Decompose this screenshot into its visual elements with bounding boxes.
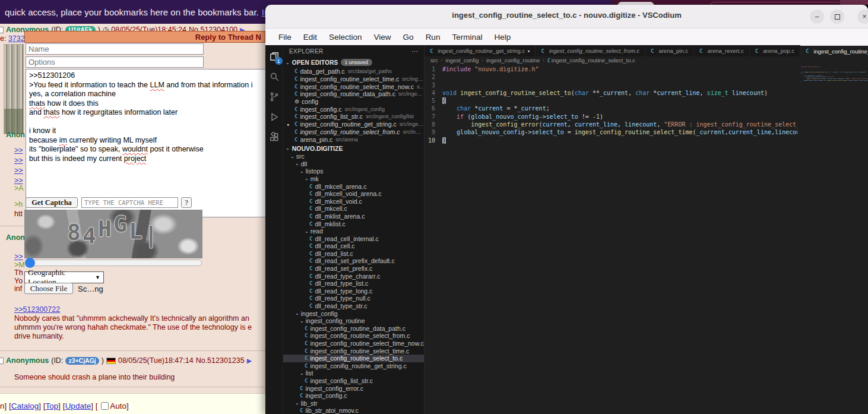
open-editor-item[interactable]: Cdata_get_path.csrc/data/get_paths: [283, 68, 424, 75]
tree-file[interactable]: Cingest_config_routine_select_from.c: [283, 332, 424, 340]
post-checkbox[interactable]: [0, 27, 4, 33]
project-section-header[interactable]: ⌄ NOUVO.DIGITIZE: [283, 144, 424, 153]
tree-file[interactable]: Cdll_read_type_null.c: [283, 295, 424, 302]
code-editor[interactable]: 1#include "nouvo.digitize.h"2 3 4void in…: [425, 64, 797, 414]
tab-ingest_config_routine_select_to.c[interactable]: Cingest_config_routine_select_to.c×: [800, 45, 868, 56]
tree-file[interactable]: Cingest_config_routine_select_to.c: [283, 355, 424, 362]
tree-folder[interactable]: ⌄lib_str: [283, 399, 424, 407]
breadcrumb-item[interactable]: ingest_config: [445, 57, 479, 64]
open-editor-item[interactable]: Cingest_config_routine_data_path.csrc/in…: [283, 90, 424, 98]
close-button[interactable]: ×: [857, 10, 868, 24]
tree-file[interactable]: Cdll_read_type_chararr.c: [283, 272, 424, 280]
tree-file[interactable]: Cingest_config.c: [283, 392, 424, 400]
captcha-input[interactable]: [81, 197, 178, 208]
menu-file[interactable]: File: [273, 31, 297, 43]
tree-file[interactable]: Cdll_read_set_prefix.c: [283, 265, 424, 273]
open-editor-item[interactable]: ●Cingest_conifig_routine_get_string.csrc…: [283, 121, 424, 128]
breadcrumb-item[interactable]: ingest_config_routine: [486, 57, 540, 64]
quote-link[interactable]: >>: [14, 156, 23, 165]
quote-link[interactable]: >>: [14, 166, 23, 175]
tree-file[interactable]: Cingest_config_routine_data_path.c: [283, 325, 424, 333]
tree-folder[interactable]: ⌄dll: [283, 160, 424, 168]
tree-file[interactable]: Cingest_config_routine_select_time_now.c: [283, 340, 424, 347]
open-editor-item[interactable]: Cingest_config_routine_select_from.csrc/…: [283, 128, 424, 136]
breadcrumb-item[interactable]: Cingest_config_routine_select_to.c: [547, 57, 635, 64]
open-editor-item[interactable]: Cingest_config_routine_select_time_now.c…: [283, 83, 424, 90]
post-thumbnail-image[interactable]: [4, 44, 24, 134]
captcha-slider[interactable]: [26, 260, 202, 266]
tree-folder[interactable]: ⌄src: [283, 153, 424, 160]
tree-file[interactable]: Cdll_mklist.c: [283, 220, 424, 227]
open-editor-item[interactable]: Carena_pin.csrc/arena: [283, 135, 424, 143]
breadcrumb-item[interactable]: src: [430, 57, 438, 64]
explorer-icon[interactable]: 1: [268, 50, 281, 63]
extensions-icon[interactable]: [268, 131, 281, 144]
tab-arena_pop.c[interactable]: Carena_pop.c: [750, 45, 800, 56]
tab-arena_pin.c[interactable]: Carena_pin.c: [645, 45, 694, 56]
reply-form-titlebar[interactable]: Reply to Thread N: [24, 31, 265, 43]
captcha-help-button[interactable]: ?: [181, 197, 192, 208]
open-editors-header[interactable]: ⌄ OPEN EDITORS 1 unsaved: [283, 57, 424, 68]
tree-file[interactable]: Cdll_mkcell_void.c: [283, 197, 424, 205]
tree-file[interactable]: Cdll_read_cell_internal.c: [283, 235, 424, 242]
tree-file[interactable]: Cdll_read_cell.c: [283, 242, 424, 250]
choose-file-button[interactable]: Choose File: [24, 283, 73, 294]
tree-file[interactable]: Cdll_mkcell_void_arena.c: [283, 190, 424, 198]
tree-file[interactable]: Cdll_read_set_prefix_default.c: [283, 257, 424, 265]
get-captcha-button[interactable]: Get Captcha: [26, 197, 78, 208]
geographic-location-select[interactable]: Geographic Location ▼: [24, 271, 104, 283]
tree-file[interactable]: Cdll_read_list.c: [283, 250, 424, 258]
post-number[interactable]: No.512301235: [196, 356, 245, 365]
tree-file[interactable]: Cingest_conifig_routine_get_string.c: [283, 362, 424, 370]
tree-file[interactable]: Cdll_read_type_list.c: [283, 280, 424, 287]
captcha-slider-knob[interactable]: [25, 258, 35, 268]
menu-run[interactable]: Run: [420, 31, 446, 43]
tree-file[interactable]: Cingest_config_routine_select_time.c: [283, 347, 424, 355]
options-input[interactable]: [26, 56, 204, 68]
menu-selection[interactable]: Selection: [323, 31, 368, 43]
tree-file[interactable]: Cdll_mklist_arena.c: [283, 213, 424, 220]
minimap[interactable]: #include "nouvo.digitize.h" void ingest_…: [797, 64, 868, 414]
open-editor-item[interactable]: Cingest_config_routine_select_time.csrc/…: [283, 75, 424, 83]
tree-folder[interactable]: ⌄mk: [283, 175, 424, 183]
name-input[interactable]: [26, 43, 204, 55]
breadcrumb[interactable]: src›ingest_config›ingest_config_routine›…: [425, 56, 868, 64]
search-icon[interactable]: [268, 70, 281, 83]
quote-link[interactable]: >>: [14, 252, 23, 261]
tree-folder[interactable]: ⌄listops: [283, 168, 424, 175]
comment-textarea[interactable]: >>512301206>You feed it information to t…: [26, 69, 275, 217]
footer-link[interactable]: Catalog: [11, 402, 39, 410]
more-actions-icon[interactable]: ⋯: [411, 48, 418, 55]
tree-file[interactable]: Cdll_read_type_long.c: [283, 287, 424, 295]
minimize-button[interactable]: –: [810, 10, 824, 24]
menu-help[interactable]: Help: [488, 31, 517, 43]
tab-ingest_config_routine_select_from.c[interactable]: Cingest_config_routine_select_from.c: [536, 45, 645, 56]
auto-checkbox[interactable]: [101, 402, 109, 410]
maximize-button[interactable]: [830, 10, 844, 24]
menu-edit[interactable]: Edit: [297, 31, 323, 43]
source-control-icon[interactable]: [268, 90, 281, 103]
tree-file[interactable]: Cdll_mkcell_arena.c: [283, 182, 424, 190]
quote-link[interactable]: >>512300722: [14, 305, 60, 314]
open-editor-item[interactable]: ⚙config: [283, 98, 424, 106]
open-editor-item[interactable]: Cingest_config_list_str.csrc/ingest_conf…: [283, 113, 424, 121]
tab-ingest_conifig_routine_get_string.c[interactable]: Cingest_conifig_routine_get_string.c●: [425, 45, 536, 56]
tree-file[interactable]: Clib_str_atoi_nmov.c: [283, 407, 424, 414]
tree-file[interactable]: Cdll_read_type_str.c: [283, 302, 424, 310]
post-menu-arrow[interactable]: ▶: [247, 357, 252, 365]
tree-folder[interactable]: ⌄read: [283, 227, 424, 235]
footer-link[interactable]: Top: [46, 402, 59, 410]
tree-folder[interactable]: ⌄ingest_config: [283, 309, 424, 317]
footer-link[interactable]: Update: [65, 402, 91, 410]
menu-go[interactable]: Go: [397, 31, 420, 43]
tree-file[interactable]: Cingest_config_list_str.c: [283, 377, 424, 385]
file-number-link[interactable]: 3732: [8, 34, 25, 43]
run-debug-icon[interactable]: [268, 110, 281, 124]
tab-arena_revert.c[interactable]: Carena_revert.c: [694, 45, 750, 56]
menu-view[interactable]: View: [368, 31, 397, 43]
tree-file[interactable]: Cdll_mkcell.c: [283, 205, 424, 213]
open-editor-item[interactable]: Cingest_config.csrc/ingest_config: [283, 105, 424, 113]
tree-file[interactable]: Cingest_config_error.c: [283, 384, 424, 392]
post-checkbox[interactable]: [0, 358, 4, 364]
quote-link[interactable]: >>: [14, 176, 23, 185]
